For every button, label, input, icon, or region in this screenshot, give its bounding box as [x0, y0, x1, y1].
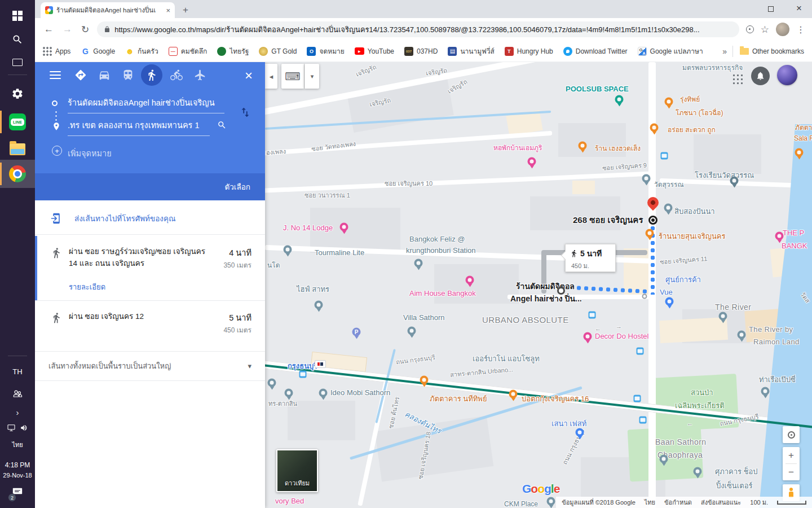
map-pin-lodging[interactable] — [528, 157, 536, 166]
attribution-item[interactable]: ส่งข้อเสนอแนะ — [701, 497, 741, 507]
attribution-item[interactable]: ไทย — [645, 497, 655, 507]
start-button-icon[interactable] — [0, 3, 35, 28]
map-label[interactable]: ภัตตาคาร นทีทิพย์ — [430, 393, 487, 405]
map-label[interactable]: krungthonburi Station — [406, 246, 476, 255]
bookmark-item[interactable]: Google แปลภาษา — [638, 46, 703, 56]
map-pin-poi[interactable] — [664, 204, 673, 212]
map-label[interactable]: ไฮฟ์ สาทร — [297, 283, 329, 295]
map-label[interactable]: Tourmaline Lite — [315, 248, 364, 257]
map-pin-bus[interactable] — [637, 348, 644, 355]
route-option-1[interactable]: ผ่าน ซอย ราษฎร์ร่วมเจริญ/ซอย เจริญนคร 14… — [35, 236, 265, 301]
window-restore-icon[interactable] — [768, 6, 774, 12]
map-pin-poi[interactable] — [719, 312, 727, 321]
mode-flight-icon[interactable] — [189, 64, 211, 86]
profile-avatar[interactable] — [776, 23, 789, 36]
task-view-icon[interactable] — [0, 50, 35, 75]
zoom-in-button[interactable]: + — [783, 447, 800, 463]
map-pin-poi[interactable] — [414, 259, 423, 268]
map-pin-poi[interactable] — [315, 301, 323, 309]
add-destination-field[interactable]: เพิ่มจุดหมาย — [68, 147, 224, 164]
map-label[interactable]: ศุภาคาร ช็อป — [715, 466, 758, 478]
bookmark-item[interactable]: GT Gold — [259, 47, 297, 56]
location-target-icon[interactable] — [746, 25, 754, 33]
language-badge[interactable]: TH — [0, 359, 35, 384]
keyboard-input-button[interactable]: ⌨ — [281, 64, 304, 89]
map-label[interactable]: โภชนา (โอวฉื่อ) — [676, 107, 723, 118]
swap-origin-destination-icon[interactable] — [239, 106, 251, 121]
bookmark-star-icon[interactable]: ☆ — [761, 24, 769, 36]
bookmark-item[interactable]: YouTube — [355, 47, 394, 55]
map-pin-poi[interactable] — [694, 467, 702, 476]
map-label[interactable]: Ideo Mobi Sathorn — [330, 388, 390, 397]
map-pin-food[interactable] — [650, 124, 659, 132]
map-label[interactable]: ร้าน เฮงฮวดเส็ง — [595, 143, 641, 154]
map-label[interactable]: โรงเรียนวัดสุวรรณ — [695, 169, 754, 181]
route-details-link[interactable]: รายละเอียด — [69, 281, 105, 293]
map-label[interactable]: ร้านนายสุนเจริญนคร — [659, 230, 725, 242]
map-label[interactable]: Decor Do Hostel — [595, 332, 648, 340]
map-label[interactable]: J. No 14 Lodge — [283, 224, 333, 232]
address-bar[interactable]: https://www.google.co.th/maps/dir/ร้านตั… — [97, 21, 739, 37]
map-label[interactable]: CKM Place — [504, 500, 538, 508]
map-pin-poi[interactable] — [319, 389, 328, 397]
action-center-icon[interactable]: 2 — [0, 481, 35, 506]
search-icon[interactable] — [217, 120, 227, 132]
mode-walking-icon[interactable] — [141, 64, 162, 86]
other-bookmarks-button[interactable]: Other bookmarks — [740, 47, 804, 55]
bookmark-item[interactable]: Google — [81, 47, 115, 56]
file-explorer-icon[interactable] — [0, 137, 35, 161]
map-pin-shop[interactable] — [665, 297, 674, 306]
my-location-button[interactable] — [783, 426, 800, 443]
mode-driving-icon[interactable] — [94, 64, 115, 86]
origin-input[interactable]: ร้านตัดผมดิจิตอลAngel hairช่างปิ่นเจริญน — [68, 96, 224, 113]
satellite-view-toggle[interactable]: ดาวเทียม — [276, 449, 318, 492]
back-icon[interactable]: ← — [44, 24, 54, 35]
map-label[interactable]: ร้านตัดผมดิจิตอล — [516, 280, 575, 292]
map-pin-origin[interactable] — [557, 287, 565, 295]
map-pin-lodging[interactable] — [775, 232, 784, 240]
map-pin-poi[interactable] — [738, 331, 746, 339]
map-label[interactable]: ท่าเรือเป๊ปซี่ — [759, 374, 796, 386]
forward-icon[interactable]: → — [63, 24, 72, 35]
map-pin-bts[interactable] — [315, 360, 326, 368]
map-label[interactable]: อร่อย สะดวก ถูก — [668, 124, 716, 135]
reload-icon[interactable]: ↻ — [81, 24, 89, 36]
map-pin-bus[interactable] — [639, 417, 647, 424]
map-pin-food[interactable] — [795, 148, 804, 157]
map-label[interactable]: นโด — [267, 260, 280, 270]
browser-menu-icon[interactable]: ⋮ — [796, 24, 805, 35]
bookmark-item[interactable]: ก้นครัว — [125, 46, 158, 56]
tab-close-icon[interactable]: × — [166, 6, 170, 15]
map-pin-small[interactable] — [642, 294, 647, 299]
map-pin-food[interactable] — [579, 142, 587, 150]
bookmarks-overflow-icon[interactable]: » — [722, 47, 727, 56]
map-label[interactable]: วัดสุวรรณ — [654, 179, 684, 190]
map-label[interactable]: Aim House Bangkok — [409, 289, 476, 297]
chrome-app-icon[interactable] — [0, 161, 35, 186]
map-pin-bullseye[interactable] — [648, 216, 657, 225]
bookmark-item[interactable]: 037HD — [404, 47, 438, 56]
map-label[interactable]: ศูนย์การค้า — [665, 274, 701, 286]
attribution-item[interactable]: 100 ม. — [750, 497, 768, 507]
map-pin-bus[interactable] — [299, 371, 307, 378]
settings-gear-icon[interactable] — [0, 81, 35, 106]
map-pin-shop[interactable] — [576, 428, 584, 437]
destination-input[interactable]: .ทร เขต คลองสาน กรุงเทพมหานคร 1 — [68, 119, 210, 136]
browser-tab[interactable]: ร้านตัดผมดิจิตอลAngel hairช่างปิ่นเ × — [41, 2, 175, 18]
map-pin-poi[interactable] — [660, 455, 668, 463]
map-canvas[interactable]: 5 นาที 450 ม. ◂ ⌨ ▾ + − ดาวเทียม Google … — [265, 62, 812, 508]
bookmark-item[interactable]: Apps — [43, 47, 70, 56]
map-label[interactable]: Bangkok Feliz @ — [409, 235, 465, 243]
map-pin-food[interactable] — [420, 376, 429, 384]
line-app-icon[interactable]: LINE — [0, 110, 35, 134]
google-apps-grid-icon[interactable] — [729, 70, 745, 87]
map-label[interactable]: ปิ้งเซ็นเตอร์ — [716, 480, 752, 492]
map-label[interactable]: สิบสองปันนา — [674, 205, 715, 217]
zoom-out-button[interactable]: − — [783, 464, 800, 480]
map-pin-teal[interactable] — [615, 95, 624, 104]
map-label[interactable]: รุ่ง​ทิพย์ — [680, 94, 700, 104]
bookmark-item[interactable]: ไทยรัฐ — [217, 46, 249, 56]
mode-cycling-icon[interactable] — [166, 64, 187, 86]
map-pin-bus[interactable] — [661, 152, 668, 160]
map-label[interactable]: เออร์บาโน่ แอบโซลูท — [473, 353, 540, 365]
